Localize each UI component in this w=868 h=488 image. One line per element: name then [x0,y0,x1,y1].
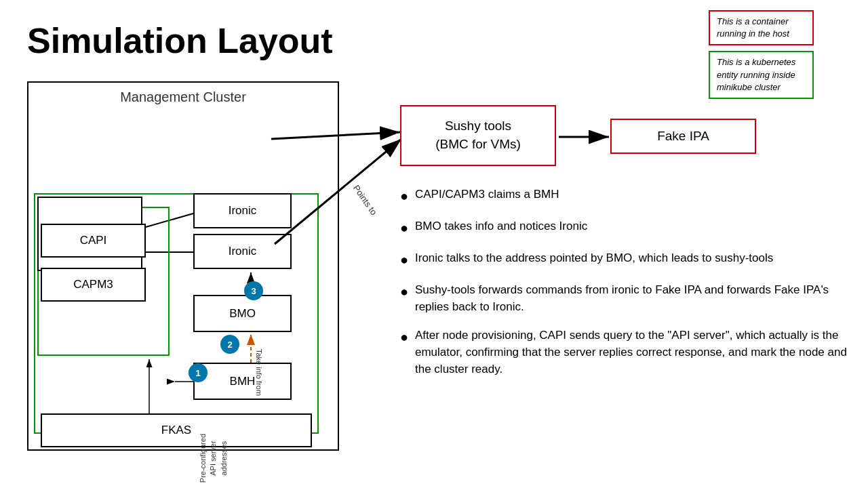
bullet-item-2: ● BMO takes info and notices Ironic [400,218,848,238]
diagram-area: Management Cluster Ironic database Ironi… [20,81,353,468]
ironic1-label: Ironic [229,204,257,218]
bmo-label: BMO [229,307,256,321]
circle-2: 2 [220,335,239,354]
page-title: Simulation Layout [27,20,333,61]
points-to-label: Points to [351,183,379,217]
bullet-dot-3: ● [400,250,415,270]
bullet-item-3: ● Ironic talks to the address pointed by… [400,250,848,270]
capm3-box: CAPM3 [41,268,146,302]
bullet-text-5: After node provisioning, CAPI sends quer… [415,327,848,378]
capi-label: CAPI [80,234,107,247]
legend-container: This is a container running in the host … [709,10,814,99]
bmh-box: BMH [193,363,292,400]
bullet-dot-4: ● [400,282,415,302]
bullet-dot-2: ● [400,218,415,238]
bullet-text-1: CAPI/CAPM3 claims a BMH [415,186,848,203]
ironic2-label: Ironic [229,245,257,258]
bmo-box: BMO [193,295,292,332]
circle-1: 1 [189,363,208,382]
fake-ipa-box: Fake IPA [610,119,756,154]
take-info-from-label: Take info from [255,349,263,396]
bullets-section: ● CAPI/CAPM3 claims a BMH ● BMO takes in… [400,186,848,390]
fkas-box: FKAS [41,413,312,447]
bullet-item-1: ● CAPI/CAPM3 claims a BMH [400,186,848,206]
bullet-text-2: BMO takes info and notices Ironic [415,218,848,235]
pre-configured-label: Pre-configuredAPI serveraddresses [198,434,229,483]
bmh-label: BMH [230,375,256,388]
sushy-tools-box: Sushy tools (BMC for VMs) [400,105,556,166]
sushy-tools-label: Sushy tools (BMC for VMs) [435,117,521,153]
bullet-text-3: Ironic talks to the address pointed by B… [415,250,848,267]
circle-3: 3 [244,281,263,300]
capm3-label: CAPM3 [73,278,113,291]
fkas-label: FKAS [161,424,191,437]
bullet-item-4: ● Sushy-tools forwards commands from iro… [400,282,848,315]
bullet-item-5: ● After node provisioning, CAPI sends qu… [400,327,848,378]
fake-ipa-label: Fake IPA [657,129,709,144]
bullet-dot-1: ● [400,186,415,206]
ironic1-box: Ironic [193,193,292,228]
mgmt-cluster-label: Management Cluster [120,89,246,105]
capi-box: CAPI [41,224,146,258]
legend-red: This is a container running in the host [709,10,814,45]
ironic2-box: Ironic [193,234,292,269]
bullet-text-4: Sushy-tools forwards commands from ironi… [415,282,848,315]
bullet-dot-5: ● [400,327,415,347]
legend-green: This is a kubernetes entity running insi… [709,51,814,99]
